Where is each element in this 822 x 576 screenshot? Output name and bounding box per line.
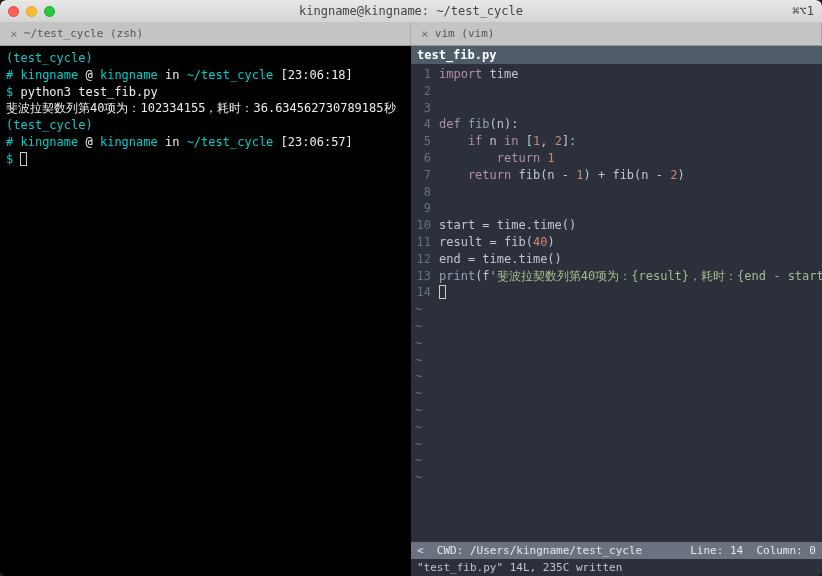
cursor-icon — [20, 152, 27, 166]
tab-label: ~/test_cycle (zsh) — [24, 27, 143, 40]
terminal-line: # kingname @ kingname in ~/test_cycle [2… — [6, 67, 405, 84]
editor-empty-line: ~ — [411, 469, 822, 486]
code-line: 11result = fib(40) — [411, 234, 822, 251]
editor-empty-line: ~ — [411, 402, 822, 419]
code-line: 6 return 1 — [411, 150, 822, 167]
editor-empty-line: ~ — [411, 368, 822, 385]
editor-empty-line: ~ — [411, 335, 822, 352]
window-titlebar: kingname@kingname: ~/test_cycle ⌘⌥1 — [0, 0, 822, 22]
minimize-window-button[interactable] — [26, 6, 37, 17]
editor-empty-line: ~ — [411, 318, 822, 335]
close-icon[interactable]: × — [421, 26, 429, 41]
status-cwd: < CWD: /Users/kingname/test_cycle — [417, 544, 642, 557]
tab-terminal[interactable]: × ~/test_cycle (zsh) — [0, 22, 411, 45]
editor-empty-line: ~ — [411, 301, 822, 318]
code-line: 14 — [411, 284, 822, 301]
code-line: 9 — [411, 200, 822, 217]
code-line: 10start = time.time() — [411, 217, 822, 234]
close-icon[interactable]: × — [10, 26, 18, 41]
terminal-prompt-line: $ — [6, 151, 405, 168]
code-line: 7 return fib(n - 1) + fib(n - 2) — [411, 167, 822, 184]
code-line: 8 — [411, 184, 822, 201]
close-window-button[interactable] — [8, 6, 19, 17]
terminal-line: (test_cycle) — [6, 117, 405, 134]
terminal-line: $ python3 test_fib.py — [6, 84, 405, 101]
code-line: 5 if n in [1, 2]: — [411, 133, 822, 150]
code-line: 2 — [411, 83, 822, 100]
zoom-window-button[interactable] — [44, 6, 55, 17]
window-title: kingname@kingname: ~/test_cycle — [0, 4, 822, 18]
editor-empty-line: ~ — [411, 385, 822, 402]
tab-label: vim (vim) — [435, 27, 495, 40]
code-line: 13print(f'斐波拉契数列第40项为：{result}，耗时：{end -… — [411, 268, 822, 285]
split-panes: (test_cycle) # kingname @ kingname in ~/… — [0, 46, 822, 576]
cursor-icon — [439, 285, 446, 299]
editor-statusbar: < CWD: /Users/kingname/test_cycle Line: … — [411, 542, 822, 559]
tab-vim[interactable]: × vim (vim) — [411, 22, 822, 45]
code-line: 4def fib(n): — [411, 116, 822, 133]
code-line: 1import time — [411, 66, 822, 83]
editor-empty-line: ~ — [411, 419, 822, 436]
editor-empty-line: ~ — [411, 436, 822, 453]
editor-filename-tab: test_fib.py — [411, 46, 822, 64]
titlebar-shortcut: ⌘⌥1 — [792, 4, 814, 18]
traffic-lights — [8, 6, 55, 17]
code-line: 12end = time.time() — [411, 251, 822, 268]
editor-empty-line: ~ — [411, 452, 822, 469]
terminal-pane[interactable]: (test_cycle) # kingname @ kingname in ~/… — [0, 46, 411, 576]
code-line: 3 — [411, 100, 822, 117]
editor-message: "test_fib.py" 14L, 235C written — [411, 559, 822, 576]
status-position: Line: 14 Column: 0 — [690, 544, 816, 557]
editor-pane[interactable]: test_fib.py 1import time 2 3 4def fib(n)… — [411, 46, 822, 576]
editor-empty-line: ~ — [411, 352, 822, 369]
terminal-output: 斐波拉契数列第40项为：102334155，耗时：36.634562730789… — [6, 100, 405, 117]
terminal-line: # kingname @ kingname in ~/test_cycle [2… — [6, 134, 405, 151]
editor-body[interactable]: 1import time 2 3 4def fib(n): 5 if n in … — [411, 64, 822, 542]
terminal-line: (test_cycle) — [6, 50, 405, 67]
tab-bar: × ~/test_cycle (zsh) × vim (vim) — [0, 22, 822, 46]
